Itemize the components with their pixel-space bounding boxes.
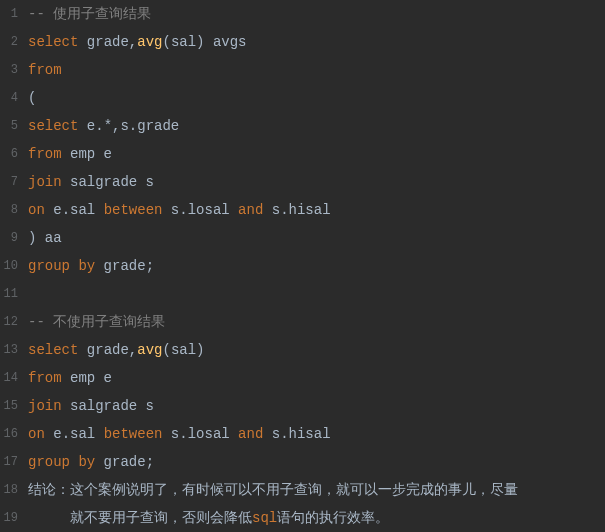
code-token: avgs [205,34,247,50]
code-token: select [28,34,78,50]
code-token: from [28,370,62,386]
code-token: ) [196,342,204,358]
code-content: on e.sal between s.losal and s.hisal [28,196,605,224]
code-content: from emp e [28,140,605,168]
line-number: 10 [0,252,28,280]
code-content: -- 使用子查询结果 [28,0,605,28]
code-token: join [28,398,62,414]
code-token: grade [95,454,145,470]
code-token: s [162,202,179,218]
line-number: 9 [0,224,28,252]
line-number: 6 [0,140,28,168]
code-token: . [179,202,187,218]
code-content: from emp e [28,364,605,392]
code-token: ( [28,90,36,106]
line-number: 8 [0,196,28,224]
code-line: 8on e.sal between s.losal and s.hisal [0,196,605,224]
line-number: 16 [0,420,28,448]
code-token: grade [78,34,128,50]
code-token: ( [162,342,170,358]
code-token: hisal [289,426,331,442]
code-token: and [238,202,263,218]
code-token: sql [252,510,277,526]
code-token: , [129,342,137,358]
code-token: s [162,426,179,442]
code-token: . [280,202,288,218]
line-number: 2 [0,28,28,56]
code-token: avg [137,34,162,50]
code-token: . [280,426,288,442]
code-content: -- 不使用子查询结果 [28,308,605,336]
code-token: * [104,118,112,134]
code-token: , [129,34,137,50]
code-line: 18结论：这个案例说明了，有时候可以不用子查询，就可以一步完成的事儿，尽量 [0,476,605,504]
code-token: between [104,426,163,442]
code-content: select grade,avg(sal) avgs [28,28,605,56]
line-number: 15 [0,392,28,420]
code-token: . [179,426,187,442]
line-number: 19 [0,504,28,532]
code-token: . [62,426,70,442]
code-token: s [263,202,280,218]
code-token: group by [28,258,95,274]
code-token: sal [171,34,196,50]
line-number: 18 [0,476,28,504]
code-token: join [28,174,62,190]
code-editor: 1-- 使用子查询结果2select grade,avg(sal) avgs3f… [0,0,605,532]
code-content: ( [28,84,605,112]
line-number: 7 [0,168,28,196]
code-token: e [45,202,62,218]
code-token: e [78,118,95,134]
code-line: 2select grade,avg(sal) avgs [0,28,605,56]
code-line: 17group by grade; [0,448,605,476]
code-token: sal [70,426,104,442]
code-token: from [28,146,62,162]
code-token: -- 不使用子查询结果 [28,314,165,330]
code-content: group by grade; [28,252,605,280]
line-number: 17 [0,448,28,476]
code-token: s [263,426,280,442]
code-line: 16on e.sal between s.losal and s.hisal [0,420,605,448]
code-token: ) [196,34,204,50]
code-line: 13select grade,avg(sal) [0,336,605,364]
line-number: 5 [0,112,28,140]
code-token: aa [36,230,61,246]
code-token: 结论：这个案例说明了，有时候可以不用子查询，就可以一步完成的事儿，尽量 [28,482,518,498]
code-line: 6from emp e [0,140,605,168]
code-line: 5select e.*,s.grade [0,112,605,140]
code-token: select [28,118,78,134]
code-token: ( [162,34,170,50]
code-token: sal [70,202,104,218]
code-token: losal [188,426,238,442]
line-number: 3 [0,56,28,84]
code-token: s [120,118,128,134]
code-content: select e.*,s.grade [28,112,605,140]
code-line: 19 就不要用子查询，否则会降低sql语句的执行效率。 [0,504,605,532]
code-token: grade [78,342,128,358]
code-token: ; [146,454,154,470]
code-token: e [45,426,62,442]
code-token: sal [171,342,196,358]
code-token: ; [146,258,154,274]
code-line: 3from [0,56,605,84]
code-content: 结论：这个案例说明了，有时候可以不用子查询，就可以一步完成的事儿，尽量 [28,476,605,504]
code-line: 10group by grade; [0,252,605,280]
code-token: select [28,342,78,358]
code-token: between [104,202,163,218]
code-token: hisal [289,202,331,218]
code-token: 语句的执行效率。 [277,510,389,526]
code-content: ) aa [28,224,605,252]
code-content: 就不要用子查询，否则会降低sql语句的执行效率。 [28,504,605,532]
code-token: emp e [62,370,112,386]
code-line: 14from emp e [0,364,605,392]
code-token: losal [188,202,238,218]
code-line: 11 [0,280,605,308]
code-line: 12-- 不使用子查询结果 [0,308,605,336]
code-line: 7join salgrade s [0,168,605,196]
code-content: from [28,56,605,84]
code-content: join salgrade s [28,168,605,196]
code-token: -- 使用子查询结果 [28,6,151,22]
code-token: 就不要用子查询，否则会降低 [28,510,252,526]
code-content: select grade,avg(sal) [28,336,605,364]
line-number: 13 [0,336,28,364]
